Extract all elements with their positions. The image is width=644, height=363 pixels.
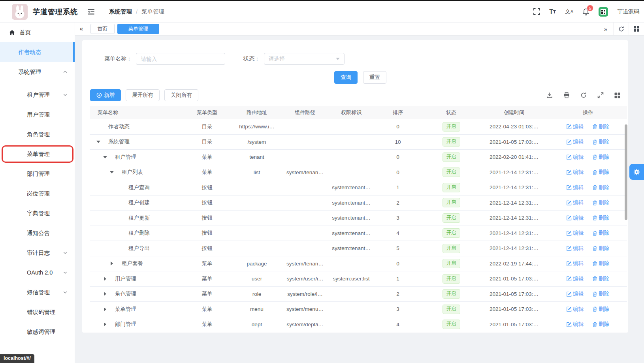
tabs-scroll-left-button[interactable]: «	[75, 25, 88, 32]
sidebar-item-label: OAuth 2.0	[27, 269, 53, 276]
delete-link[interactable]: 删除	[592, 321, 609, 328]
reset-button[interactable]: 重置	[363, 71, 386, 84]
delete-link[interactable]: 删除	[592, 229, 609, 237]
status-label: 状态：	[243, 55, 260, 62]
expand-arrow-icon[interactable]	[101, 292, 109, 296]
delete-link[interactable]: 删除	[592, 199, 609, 206]
sidebar-item[interactable]: 系统管理	[0, 62, 75, 82]
tab-home[interactable]: 首页	[90, 24, 115, 34]
edit-link[interactable]: 编辑	[567, 169, 584, 176]
sidebar-item-label: 字典管理	[27, 210, 50, 217]
sidebar-item[interactable]: 部门管理	[0, 164, 75, 184]
delete-link[interactable]: 删除	[592, 184, 609, 191]
edit-link[interactable]: 编辑	[567, 290, 584, 297]
delete-link[interactable]: 删除	[592, 123, 609, 130]
avatar[interactable]	[599, 7, 608, 17]
locale-button[interactable]: 文A	[565, 8, 573, 15]
edit-link[interactable]: 编辑	[567, 275, 584, 282]
column-settings-button[interactable]	[614, 92, 620, 98]
delete-link[interactable]: 删除	[592, 154, 609, 161]
expand-arrow-icon[interactable]	[101, 307, 109, 311]
edit-link[interactable]: 编辑	[567, 214, 584, 222]
font-size-button[interactable]: TT	[549, 8, 556, 15]
delete-link[interactable]: 删除	[592, 214, 609, 222]
edit-icon	[567, 322, 572, 327]
route-cell: role	[232, 291, 281, 297]
edit-link[interactable]: 编辑	[567, 123, 584, 130]
sidebar-item[interactable]: 通知公告	[0, 223, 75, 243]
status-cell: 开启	[422, 122, 480, 132]
edit-link[interactable]: 编辑	[567, 306, 584, 313]
username[interactable]: 芋道源码	[617, 8, 639, 15]
status-select[interactable]: 请选择	[264, 53, 345, 65]
notification-button[interactable]: 5	[582, 8, 589, 15]
refresh-tab-button[interactable]	[613, 23, 629, 35]
sidebar-item[interactable]: 错误码管理	[0, 302, 75, 322]
menu-name-input[interactable]	[136, 53, 225, 65]
edit-icon	[567, 215, 572, 220]
add-button[interactable]: 新增	[90, 89, 121, 101]
sidebar-item[interactable]: 租户管理	[0, 85, 75, 105]
expand-arrow-icon[interactable]	[101, 322, 109, 326]
chevron-icon	[63, 70, 68, 74]
created-time-cell: 2021-01-05 17:03:…	[480, 291, 548, 297]
sidebar-item-home[interactable]: 首页	[0, 23, 75, 42]
edit-icon	[567, 276, 572, 281]
delete-link[interactable]: 删除	[592, 290, 609, 297]
menu-type-cell: 按钮	[182, 214, 232, 222]
expand-arrow-icon[interactable]	[107, 261, 116, 265]
edit-link[interactable]: 编辑	[567, 260, 584, 267]
tabs-scroll-right-button[interactable]: »	[598, 23, 613, 35]
edit-link[interactable]: 编辑	[567, 245, 584, 252]
sidebar-item[interactable]: 角色管理	[0, 124, 75, 144]
actions-cell: 编辑 删除	[548, 169, 628, 176]
delete-link[interactable]: 删除	[592, 138, 609, 145]
edit-link[interactable]: 编辑	[567, 199, 584, 206]
collapse-all-button[interactable]: 关闭所有	[164, 89, 198, 101]
sidebar-item[interactable]: 作者动态	[0, 42, 75, 62]
fullscreen-button[interactable]	[533, 8, 540, 15]
edit-icon	[567, 261, 572, 266]
edit-link[interactable]: 编辑	[567, 154, 584, 161]
search-button[interactable]: 查询	[334, 71, 358, 84]
sidebar-item[interactable]: 用户管理	[0, 105, 75, 124]
delete-link[interactable]: 删除	[592, 275, 609, 282]
refresh-table-button[interactable]	[580, 92, 587, 98]
status-badge: 开启	[443, 228, 460, 238]
menu-type-cell: 菜单	[182, 260, 232, 267]
created-time-cell: 2021-01-05 17:03:…	[480, 139, 548, 145]
edit-link[interactable]: 编辑	[567, 138, 584, 145]
menu-fold-button[interactable]	[87, 9, 95, 15]
delete-link[interactable]: 删除	[592, 245, 609, 252]
expand-all-button[interactable]: 展开所有	[126, 89, 160, 101]
delete-link[interactable]: 删除	[592, 169, 609, 176]
theme-settings-button[interactable]	[629, 164, 644, 180]
edit-link[interactable]: 编辑	[567, 321, 584, 328]
delete-link[interactable]: 删除	[592, 260, 609, 267]
table-row: 租户更新 按钮 system:tenant… 3 开启 2021-12-14 1…	[90, 211, 627, 226]
expand-arrow-icon[interactable]	[94, 141, 103, 143]
sidebar-item[interactable]: 岗位管理	[0, 184, 75, 203]
sidebar-item[interactable]: 审计日志	[0, 243, 75, 263]
edit-link[interactable]: 编辑	[567, 184, 584, 191]
expand-arrow-icon[interactable]	[107, 171, 116, 173]
delete-link[interactable]: 删除	[592, 306, 609, 313]
tab-menu-management[interactable]: 菜单管理	[117, 24, 159, 34]
sort-cell: 2	[374, 291, 422, 297]
print-button[interactable]	[563, 92, 570, 98]
download-icon	[546, 92, 553, 98]
sidebar-item[interactable]: 菜单管理	[0, 144, 75, 164]
sidebar-item[interactable]: 敏感词管理	[0, 322, 75, 342]
download-button[interactable]	[546, 92, 553, 98]
expand-arrow-icon[interactable]	[101, 156, 109, 158]
sidebar-item[interactable]: 字典管理	[0, 203, 75, 223]
table-fullscreen-button[interactable]	[597, 92, 604, 98]
expand-arrow-icon[interactable]	[101, 277, 109, 281]
tabs-menu-button[interactable]	[629, 23, 644, 35]
menu-fold-icon	[87, 9, 95, 15]
sidebar-item[interactable]: 短信管理	[0, 282, 75, 302]
sidebar-item[interactable]: OAuth 2.0	[0, 263, 75, 282]
breadcrumb-parent[interactable]: 系统管理	[109, 8, 132, 15]
table-scrollbar-thumb[interactable]	[625, 124, 627, 220]
edit-link[interactable]: 编辑	[567, 229, 584, 237]
